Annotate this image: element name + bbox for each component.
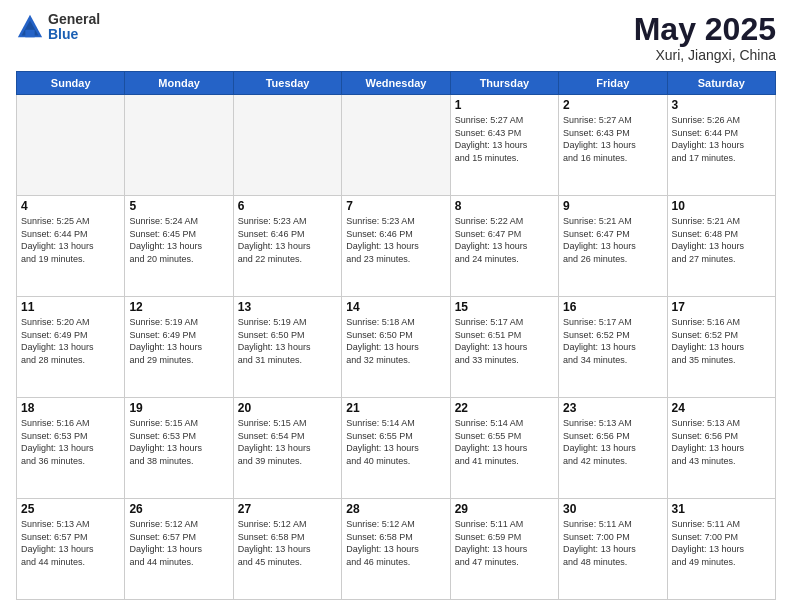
calendar-cell: 24Sunrise: 5:13 AM Sunset: 6:56 PM Dayli… bbox=[667, 398, 775, 499]
day-number: 21 bbox=[346, 401, 445, 415]
day-number: 28 bbox=[346, 502, 445, 516]
calendar-cell: 3Sunrise: 5:26 AM Sunset: 6:44 PM Daylig… bbox=[667, 95, 775, 196]
calendar-cell: 26Sunrise: 5:12 AM Sunset: 6:57 PM Dayli… bbox=[125, 499, 233, 600]
calendar-week-row: 4Sunrise: 5:25 AM Sunset: 6:44 PM Daylig… bbox=[17, 196, 776, 297]
day-info: Sunrise: 5:11 AM Sunset: 7:00 PM Dayligh… bbox=[563, 518, 662, 568]
day-info: Sunrise: 5:23 AM Sunset: 6:46 PM Dayligh… bbox=[346, 215, 445, 265]
calendar-cell bbox=[17, 95, 125, 196]
calendar-cell: 20Sunrise: 5:15 AM Sunset: 6:54 PM Dayli… bbox=[233, 398, 341, 499]
month-title: May 2025 bbox=[634, 12, 776, 47]
day-info: Sunrise: 5:11 AM Sunset: 7:00 PM Dayligh… bbox=[672, 518, 771, 568]
day-number: 16 bbox=[563, 300, 662, 314]
calendar-cell: 25Sunrise: 5:13 AM Sunset: 6:57 PM Dayli… bbox=[17, 499, 125, 600]
day-header-saturday: Saturday bbox=[667, 72, 775, 95]
day-info: Sunrise: 5:15 AM Sunset: 6:54 PM Dayligh… bbox=[238, 417, 337, 467]
day-number: 6 bbox=[238, 199, 337, 213]
day-info: Sunrise: 5:13 AM Sunset: 6:57 PM Dayligh… bbox=[21, 518, 120, 568]
calendar-week-row: 11Sunrise: 5:20 AM Sunset: 6:49 PM Dayli… bbox=[17, 297, 776, 398]
day-info: Sunrise: 5:16 AM Sunset: 6:52 PM Dayligh… bbox=[672, 316, 771, 366]
day-number: 15 bbox=[455, 300, 554, 314]
day-number: 23 bbox=[563, 401, 662, 415]
svg-rect-2 bbox=[25, 30, 34, 37]
day-number: 24 bbox=[672, 401, 771, 415]
day-number: 10 bbox=[672, 199, 771, 213]
day-number: 27 bbox=[238, 502, 337, 516]
day-header-tuesday: Tuesday bbox=[233, 72, 341, 95]
title-block: May 2025 Xuri, Jiangxi, China bbox=[634, 12, 776, 63]
logo-icon bbox=[16, 13, 44, 41]
day-info: Sunrise: 5:27 AM Sunset: 6:43 PM Dayligh… bbox=[455, 114, 554, 164]
day-number: 3 bbox=[672, 98, 771, 112]
day-number: 17 bbox=[672, 300, 771, 314]
calendar-cell: 14Sunrise: 5:18 AM Sunset: 6:50 PM Dayli… bbox=[342, 297, 450, 398]
day-number: 4 bbox=[21, 199, 120, 213]
day-info: Sunrise: 5:15 AM Sunset: 6:53 PM Dayligh… bbox=[129, 417, 228, 467]
calendar-cell: 4Sunrise: 5:25 AM Sunset: 6:44 PM Daylig… bbox=[17, 196, 125, 297]
calendar-cell: 11Sunrise: 5:20 AM Sunset: 6:49 PM Dayli… bbox=[17, 297, 125, 398]
calendar-cell: 27Sunrise: 5:12 AM Sunset: 6:58 PM Dayli… bbox=[233, 499, 341, 600]
day-header-monday: Monday bbox=[125, 72, 233, 95]
day-info: Sunrise: 5:14 AM Sunset: 6:55 PM Dayligh… bbox=[455, 417, 554, 467]
logo-blue-text: Blue bbox=[48, 27, 100, 42]
day-info: Sunrise: 5:12 AM Sunset: 6:58 PM Dayligh… bbox=[346, 518, 445, 568]
day-number: 14 bbox=[346, 300, 445, 314]
calendar-header-row: SundayMondayTuesdayWednesdayThursdayFrid… bbox=[17, 72, 776, 95]
day-info: Sunrise: 5:24 AM Sunset: 6:45 PM Dayligh… bbox=[129, 215, 228, 265]
calendar-cell: 7Sunrise: 5:23 AM Sunset: 6:46 PM Daylig… bbox=[342, 196, 450, 297]
day-number: 25 bbox=[21, 502, 120, 516]
day-info: Sunrise: 5:19 AM Sunset: 6:50 PM Dayligh… bbox=[238, 316, 337, 366]
day-number: 30 bbox=[563, 502, 662, 516]
day-info: Sunrise: 5:25 AM Sunset: 6:44 PM Dayligh… bbox=[21, 215, 120, 265]
calendar-cell: 16Sunrise: 5:17 AM Sunset: 6:52 PM Dayli… bbox=[559, 297, 667, 398]
day-header-thursday: Thursday bbox=[450, 72, 558, 95]
logo-text: General Blue bbox=[48, 12, 100, 43]
calendar-cell: 6Sunrise: 5:23 AM Sunset: 6:46 PM Daylig… bbox=[233, 196, 341, 297]
day-number: 7 bbox=[346, 199, 445, 213]
calendar-cell bbox=[233, 95, 341, 196]
calendar-cell: 15Sunrise: 5:17 AM Sunset: 6:51 PM Dayli… bbox=[450, 297, 558, 398]
calendar-cell: 9Sunrise: 5:21 AM Sunset: 6:47 PM Daylig… bbox=[559, 196, 667, 297]
day-number: 20 bbox=[238, 401, 337, 415]
day-info: Sunrise: 5:19 AM Sunset: 6:49 PM Dayligh… bbox=[129, 316, 228, 366]
calendar-cell: 1Sunrise: 5:27 AM Sunset: 6:43 PM Daylig… bbox=[450, 95, 558, 196]
calendar-cell: 22Sunrise: 5:14 AM Sunset: 6:55 PM Dayli… bbox=[450, 398, 558, 499]
calendar-cell: 17Sunrise: 5:16 AM Sunset: 6:52 PM Dayli… bbox=[667, 297, 775, 398]
day-header-sunday: Sunday bbox=[17, 72, 125, 95]
day-info: Sunrise: 5:12 AM Sunset: 6:58 PM Dayligh… bbox=[238, 518, 337, 568]
day-number: 19 bbox=[129, 401, 228, 415]
calendar-cell: 12Sunrise: 5:19 AM Sunset: 6:49 PM Dayli… bbox=[125, 297, 233, 398]
day-info: Sunrise: 5:13 AM Sunset: 6:56 PM Dayligh… bbox=[563, 417, 662, 467]
day-info: Sunrise: 5:26 AM Sunset: 6:44 PM Dayligh… bbox=[672, 114, 771, 164]
calendar-cell: 28Sunrise: 5:12 AM Sunset: 6:58 PM Dayli… bbox=[342, 499, 450, 600]
day-info: Sunrise: 5:17 AM Sunset: 6:51 PM Dayligh… bbox=[455, 316, 554, 366]
day-number: 2 bbox=[563, 98, 662, 112]
day-number: 13 bbox=[238, 300, 337, 314]
calendar-cell: 8Sunrise: 5:22 AM Sunset: 6:47 PM Daylig… bbox=[450, 196, 558, 297]
day-header-friday: Friday bbox=[559, 72, 667, 95]
day-info: Sunrise: 5:12 AM Sunset: 6:57 PM Dayligh… bbox=[129, 518, 228, 568]
calendar-cell: 13Sunrise: 5:19 AM Sunset: 6:50 PM Dayli… bbox=[233, 297, 341, 398]
day-info: Sunrise: 5:11 AM Sunset: 6:59 PM Dayligh… bbox=[455, 518, 554, 568]
calendar-cell: 23Sunrise: 5:13 AM Sunset: 6:56 PM Dayli… bbox=[559, 398, 667, 499]
day-header-wednesday: Wednesday bbox=[342, 72, 450, 95]
calendar-cell: 10Sunrise: 5:21 AM Sunset: 6:48 PM Dayli… bbox=[667, 196, 775, 297]
day-info: Sunrise: 5:27 AM Sunset: 6:43 PM Dayligh… bbox=[563, 114, 662, 164]
day-info: Sunrise: 5:18 AM Sunset: 6:50 PM Dayligh… bbox=[346, 316, 445, 366]
day-info: Sunrise: 5:14 AM Sunset: 6:55 PM Dayligh… bbox=[346, 417, 445, 467]
day-number: 18 bbox=[21, 401, 120, 415]
calendar-cell: 30Sunrise: 5:11 AM Sunset: 7:00 PM Dayli… bbox=[559, 499, 667, 600]
calendar-cell bbox=[342, 95, 450, 196]
calendar-week-row: 25Sunrise: 5:13 AM Sunset: 6:57 PM Dayli… bbox=[17, 499, 776, 600]
day-number: 8 bbox=[455, 199, 554, 213]
calendar-cell: 18Sunrise: 5:16 AM Sunset: 6:53 PM Dayli… bbox=[17, 398, 125, 499]
day-number: 31 bbox=[672, 502, 771, 516]
calendar-cell: 5Sunrise: 5:24 AM Sunset: 6:45 PM Daylig… bbox=[125, 196, 233, 297]
day-info: Sunrise: 5:22 AM Sunset: 6:47 PM Dayligh… bbox=[455, 215, 554, 265]
day-number: 29 bbox=[455, 502, 554, 516]
logo-general-text: General bbox=[48, 12, 100, 27]
calendar-cell: 2Sunrise: 5:27 AM Sunset: 6:43 PM Daylig… bbox=[559, 95, 667, 196]
day-info: Sunrise: 5:16 AM Sunset: 6:53 PM Dayligh… bbox=[21, 417, 120, 467]
day-info: Sunrise: 5:21 AM Sunset: 6:48 PM Dayligh… bbox=[672, 215, 771, 265]
header: General Blue May 2025 Xuri, Jiangxi, Chi… bbox=[16, 12, 776, 63]
calendar-cell: 29Sunrise: 5:11 AM Sunset: 6:59 PM Dayli… bbox=[450, 499, 558, 600]
